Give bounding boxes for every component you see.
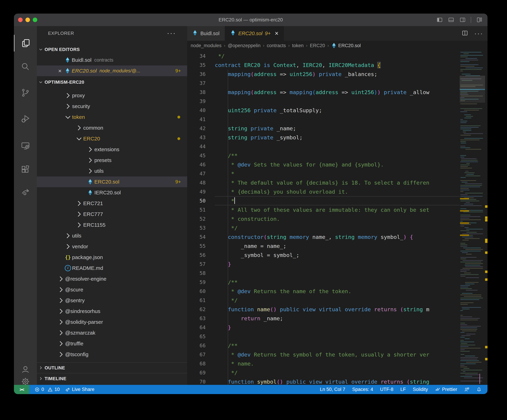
tree-item-utils[interactable]: utils	[37, 166, 187, 176]
tree-item-presets[interactable]: presets	[37, 155, 187, 166]
code-line-content[interactable]: string private _name;	[215, 124, 460, 133]
code-line-content[interactable]: * All two of these values are immutable:…	[215, 205, 460, 214]
section-workspace-root[interactable]: OPTIMISM-ERC20	[37, 77, 187, 87]
tab-Buidl.sol[interactable]: Buidl.sol	[187, 26, 225, 41]
breadcrumb-item[interactable]: contracts	[267, 43, 286, 48]
status-feedback[interactable]	[464, 387, 469, 392]
code-line-content[interactable]: */	[215, 223, 460, 233]
split-editor-icon[interactable]	[462, 30, 468, 37]
tree-item-@resolver-engine[interactable]: @resolver-engine	[37, 274, 187, 284]
explorer-more-actions-icon[interactable]: ···	[167, 29, 176, 37]
code-line-content[interactable]: uint256 private _totalSupply;	[215, 106, 460, 115]
more-actions-icon[interactable]: ···	[474, 30, 483, 37]
tree-item-security[interactable]: security	[37, 101, 187, 112]
tree-item-extensions[interactable]: extensions	[37, 144, 187, 155]
code-line-content[interactable]	[215, 97, 460, 106]
breadcrumb-item[interactable]: node_modules	[191, 43, 221, 48]
toggle-sidebar-icon[interactable]	[436, 17, 443, 23]
status-live-share[interactable]: Live Share	[65, 387, 94, 392]
tree-item-@sentry[interactable]: @sentry	[37, 295, 187, 306]
code-line-content[interactable]: contract ERC20 is Context, IERC20, IERC2…	[215, 61, 460, 69]
code-line-content[interactable]: * construction.	[215, 214, 460, 223]
status-problems[interactable]: 010	[35, 387, 60, 392]
code-line-content[interactable]: function name() public view virtual over…	[215, 305, 460, 314]
breadcrumb-item[interactable]: token	[292, 43, 304, 48]
activity-explorer-icon[interactable]	[14, 35, 37, 51]
tree-item-ERC721[interactable]: ERC721	[37, 198, 187, 209]
section-timeline[interactable]: TIMELINE	[37, 373, 187, 384]
activity-live-share-icon[interactable]	[14, 184, 37, 200]
code-line-content[interactable]: constructor(string memory name_, string …	[215, 233, 460, 241]
code-editor[interactable]: 34 */35contract ERC20 is Context, IERC20…	[187, 50, 460, 385]
tree-item-utils[interactable]: utils	[37, 230, 187, 241]
code-line-content[interactable]: }	[215, 323, 460, 332]
code-line-content[interactable]: /**	[215, 278, 460, 287]
status-notifications[interactable]	[476, 387, 482, 392]
tree-item-ERC1155[interactable]: ERC1155	[37, 220, 187, 230]
tree-item-ERC20[interactable]: ERC20	[37, 133, 187, 144]
breadcrumb-item[interactable]: ERC20	[310, 43, 325, 48]
tree-item-@solidity-parser[interactable]: @solidity-parser	[37, 317, 187, 327]
tree-item-common[interactable]: common	[37, 123, 187, 133]
activity-extensions-icon[interactable]	[14, 161, 37, 178]
code-line-content[interactable]: * @dev Returns the symbol of the token, …	[215, 350, 460, 359]
tab-ERC20.sol[interactable]: ERC20.sol9+×	[225, 26, 284, 41]
tree-item-@truffle[interactable]: @truffle	[37, 338, 187, 349]
code-line-content[interactable]: }	[215, 260, 460, 269]
toggle-secondary-sidebar-icon[interactable]	[459, 17, 466, 23]
code-line-content[interactable]	[215, 79, 460, 88]
section-outline[interactable]: OUTLINE	[37, 362, 187, 373]
code-line-content[interactable]: */	[215, 296, 460, 305]
close-icon[interactable]: ×	[275, 30, 278, 37]
status-cursor-position[interactable]: Ln 50, Col 7	[320, 387, 345, 392]
breadcrumb-item-file[interactable]: ERC20.sol	[331, 43, 361, 48]
code-line-content[interactable]: return _name;	[215, 314, 460, 323]
code-line-content[interactable]: * The default value of {decimals} is 18.…	[215, 178, 460, 187]
code-line-content[interactable]: function symbol() public view virtual ov…	[215, 377, 460, 385]
code-line-content[interactable]	[215, 332, 460, 341]
tree-item-vendor[interactable]: vendor	[37, 241, 187, 252]
activity-run-debug-icon[interactable]	[14, 110, 37, 127]
code-line-content[interactable]	[215, 142, 460, 151]
tree-item-@sindresorhus[interactable]: @sindresorhus	[37, 306, 187, 317]
status-eol[interactable]: LF	[400, 387, 406, 392]
breadcrumb-item[interactable]: @openzeppelin	[228, 43, 261, 48]
status-encoding[interactable]: UTF-8	[380, 387, 394, 392]
code-line-content[interactable]: _symbol = symbol_;	[215, 251, 460, 260]
code-line-content[interactable]: string private _symbol;	[215, 133, 460, 142]
code-line-content[interactable]: * {decimals} you should overload it.	[215, 187, 460, 196]
toggle-panel-icon[interactable]	[448, 17, 454, 23]
tree-item-README.md[interactable]: iREADME.md	[37, 263, 187, 274]
code-line-content[interactable]: */	[215, 368, 460, 377]
customize-layout-icon[interactable]	[476, 17, 483, 23]
code-line-content[interactable]: /**	[215, 151, 460, 160]
code-line-content[interactable]: */	[215, 51, 460, 61]
code-line-content[interactable]: _name = name_;	[215, 241, 460, 251]
section-open-editors[interactable]: OPEN EDITORS	[37, 44, 187, 55]
activity-remote-explorer-icon[interactable]	[14, 138, 37, 154]
tree-item-@scure[interactable]: @scure	[37, 284, 187, 295]
tree-item-IERC20.sol[interactable]: IERC20.sol	[37, 187, 187, 198]
remote-indicator[interactable]: ><	[14, 385, 29, 394]
activity-source-control-icon[interactable]	[14, 84, 37, 101]
tree-item-package.json[interactable]: {}package.json	[37, 252, 187, 263]
code-line-content[interactable]	[215, 115, 460, 124]
code-line-content[interactable]: mapping(address => uint256) private _bal…	[215, 69, 460, 79]
tree-item-token[interactable]: token	[37, 112, 187, 123]
close-icon[interactable]: ×	[56, 68, 64, 74]
open-editor-Buidl.sol[interactable]: Buidl.solcontracts	[37, 55, 187, 65]
code-line-content[interactable]: mapping(address => mapping(address => ui…	[215, 88, 460, 97]
code-line-content[interactable]: * @dev Returns the name of the token.	[215, 287, 460, 296]
minimap[interactable]	[460, 50, 485, 385]
tree-item-ERC20.sol[interactable]: ERC20.sol9+	[37, 176, 187, 187]
activity-search-icon[interactable]	[14, 58, 37, 75]
open-editor-ERC20.sol[interactable]: ×ERC20.solnode_modules/@...9+	[37, 65, 187, 76]
tree-item-proxy[interactable]: proxy	[37, 90, 187, 101]
status-indentation[interactable]: Spaces: 4	[352, 387, 373, 392]
code-line-content[interactable]: * @dev Sets the values for {name} and {s…	[215, 160, 460, 169]
code-line-content[interactable]: * name.	[215, 359, 460, 368]
tree-item-@tsconfig[interactable]: @tsconfig	[37, 349, 187, 360]
status-language[interactable]: Solidity	[413, 387, 428, 392]
code-line-content[interactable]: /**	[215, 341, 460, 350]
tree-item-ERC777[interactable]: ERC777	[37, 209, 187, 220]
